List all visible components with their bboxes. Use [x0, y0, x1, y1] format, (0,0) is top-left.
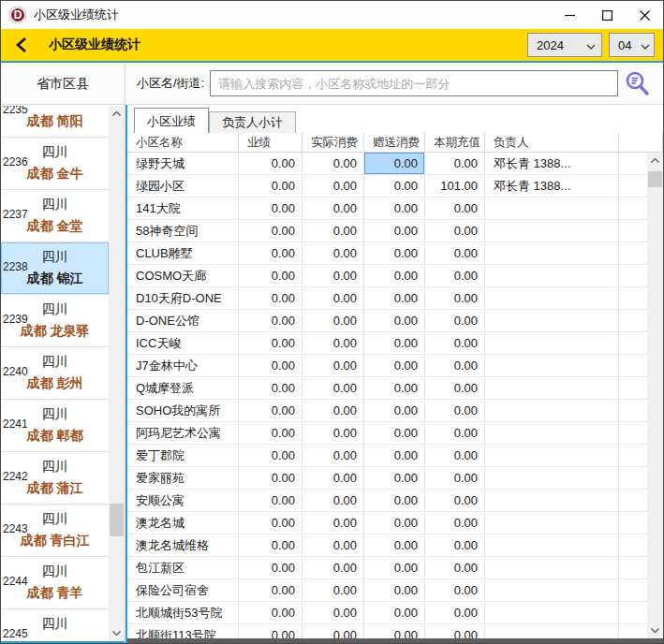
scroll-up-icon[interactable] [647, 153, 663, 168]
cell-recharge[interactable]: 101.00 [425, 175, 485, 198]
cell-performance[interactable]: 0.00 [239, 557, 302, 579]
month-select[interactable]: 04 [609, 33, 655, 57]
cell-name[interactable]: Q城摩登派 [127, 377, 239, 400]
cell-name[interactable]: COSMO天廊 [127, 265, 239, 287]
cell-performance[interactable]: 0.00 [239, 153, 302, 175]
cell-gift[interactable]: 0.00 [364, 242, 425, 265]
cell-performance[interactable]: 0.00 [239, 355, 302, 377]
cell-performance[interactable]: 0.00 [239, 602, 302, 624]
cell-recharge[interactable]: 0.00 [425, 445, 485, 467]
cell-performance[interactable]: 0.00 [239, 490, 302, 512]
cell-recharge[interactable]: 0.00 [425, 602, 485, 624]
cell-name[interactable]: 阿玛尼艺术公寓 [127, 422, 239, 445]
column-header-recharge[interactable]: 本期充值 [425, 133, 485, 153]
cell-gift[interactable]: 0.00 [364, 422, 425, 445]
sidebar-scroll-thumb[interactable] [110, 504, 124, 536]
cell-manager[interactable] [485, 265, 619, 287]
cell-actual[interactable]: 0.00 [302, 422, 364, 445]
cell-recharge[interactable]: 0.00 [425, 332, 485, 355]
cell-actual[interactable]: 0.00 [302, 265, 364, 287]
cell-actual[interactable]: 0.00 [302, 310, 364, 332]
back-button[interactable] [9, 33, 34, 57]
cell-recharge[interactable]: 0.00 [425, 310, 485, 332]
cell-gift[interactable]: 0.00 [364, 310, 425, 332]
tab-inactive[interactable]: 负责人小计 [209, 111, 296, 133]
cell-gift[interactable]: 0.00 [364, 153, 425, 175]
cell-recharge[interactable]: 0.00 [425, 377, 485, 400]
cell-manager[interactable] [485, 422, 619, 445]
sidebar-district-item[interactable]: 2245 四川 [1, 609, 109, 641]
cell-actual[interactable]: 0.00 [302, 445, 364, 467]
cell-actual[interactable]: 0.00 [302, 153, 364, 175]
cell-gift[interactable]: 0.00 [364, 602, 425, 624]
cell-actual[interactable]: 0.00 [302, 579, 364, 602]
cell-manager[interactable] [485, 198, 619, 220]
sidebar-district-item[interactable]: 2244 四川 成都 青羊 [1, 557, 109, 609]
cell-recharge[interactable]: 0.00 [425, 534, 485, 557]
cell-recharge[interactable]: 0.00 [425, 287, 485, 310]
cell-recharge[interactable]: 0.00 [425, 198, 485, 220]
cell-actual[interactable]: 0.00 [302, 175, 364, 198]
scroll-up-icon[interactable] [109, 106, 125, 122]
cell-gift[interactable]: 0.00 [364, 332, 425, 355]
cell-actual[interactable]: 0.00 [302, 220, 364, 242]
cell-gift[interactable]: 0.00 [364, 175, 425, 198]
cell-actual[interactable]: 0.00 [302, 198, 364, 220]
cell-gift[interactable]: 0.00 [364, 467, 425, 490]
cell-performance[interactable]: 0.00 [239, 400, 302, 422]
sidebar-district-item[interactable]: 2242 四川 成都 蒲江 [1, 452, 109, 505]
cell-name[interactable]: 澳龙名城维格 [127, 534, 239, 557]
cell-performance[interactable]: 0.00 [239, 220, 302, 242]
cell-recharge[interactable]: 0.00 [425, 490, 485, 512]
cell-recharge[interactable]: 0.00 [425, 153, 485, 175]
sidebar-scrollbar[interactable] [109, 106, 125, 641]
cell-actual[interactable]: 0.00 [302, 355, 364, 377]
horizontal-scrollbar[interactable] [127, 638, 663, 643]
cell-performance[interactable]: 0.00 [239, 467, 302, 490]
cell-performance[interactable]: 0.00 [239, 512, 302, 534]
sidebar-district-item[interactable]: 2238 四川 成都 锦江 [1, 242, 109, 295]
cell-actual[interactable]: 0.00 [302, 602, 364, 624]
cell-gift[interactable]: 0.00 [364, 220, 425, 242]
cell-recharge[interactable]: 0.00 [425, 557, 485, 579]
sidebar-district-item[interactable]: 2235 四川 成都 简阳 [1, 106, 109, 138]
cell-manager[interactable] [485, 445, 619, 467]
cell-manager[interactable] [485, 220, 619, 242]
cell-manager[interactable] [485, 332, 619, 355]
cell-name[interactable]: SOHO我的寓所 [127, 400, 239, 422]
cell-gift[interactable]: 0.00 [364, 445, 425, 467]
scroll-down-icon[interactable] [109, 625, 125, 641]
column-header-name[interactable]: 小区名称 [127, 133, 239, 153]
cell-name[interactable]: 包江新区 [127, 557, 239, 579]
maximize-button[interactable] [588, 1, 626, 29]
cell-manager[interactable] [485, 534, 619, 557]
column-header-gift[interactable]: 赠送消费 [364, 133, 425, 153]
sidebar-district-item[interactable]: 2239 四川 成都 龙泉驿 [1, 295, 109, 347]
cell-actual[interactable]: 0.00 [302, 400, 364, 422]
search-button[interactable] [618, 67, 656, 99]
sidebar-district-item[interactable]: 2237 四川 成都 金堂 [1, 190, 109, 242]
cell-actual[interactable]: 0.00 [302, 467, 364, 490]
cell-performance[interactable]: 0.00 [239, 377, 302, 400]
cell-name[interactable]: 绿野天城 [127, 153, 239, 175]
cell-performance[interactable]: 0.00 [239, 242, 302, 265]
cell-manager[interactable]: 邓长青 1388... [485, 175, 619, 198]
cell-manager[interactable] [485, 467, 619, 490]
cell-name[interactable]: J7金林中心 [127, 355, 239, 377]
cell-performance[interactable]: 0.00 [239, 579, 302, 602]
cell-actual[interactable]: 0.00 [302, 512, 364, 534]
close-button[interactable] [626, 1, 663, 29]
cell-gift[interactable]: 0.00 [364, 557, 425, 579]
scroll-down-icon[interactable] [647, 622, 663, 638]
cell-gift[interactable]: 0.00 [364, 400, 425, 422]
cell-name[interactable]: 安顺公寓 [127, 490, 239, 512]
column-header-manager[interactable]: 负责人 [485, 133, 619, 153]
cell-gift[interactable]: 0.00 [364, 579, 425, 602]
cell-name[interactable]: D-ONE公馆 [127, 310, 239, 332]
cell-performance[interactable]: 0.00 [239, 445, 302, 467]
cell-name[interactable]: 绿园小区 [127, 175, 239, 198]
cell-recharge[interactable]: 0.00 [425, 579, 485, 602]
cell-gift[interactable]: 0.00 [364, 377, 425, 400]
cell-name[interactable]: 北顺城街53号院 [127, 602, 239, 624]
cell-gift[interactable]: 0.00 [364, 287, 425, 310]
